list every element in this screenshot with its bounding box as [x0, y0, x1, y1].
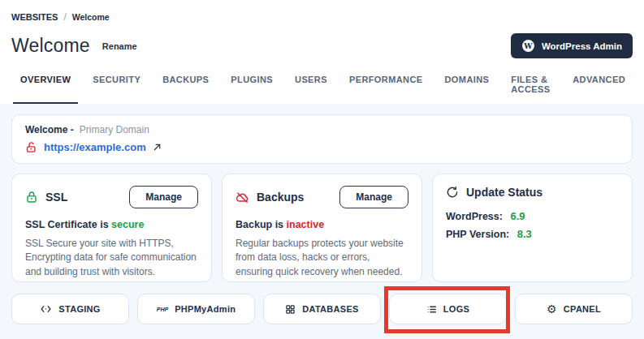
phpmyadmin-label: PHPMyAdmin — [175, 304, 236, 314]
svg-text:W: W — [523, 41, 533, 50]
wordpress-version-label: WordPress: — [446, 211, 503, 222]
tab-domains[interactable]: DOMAINS — [438, 75, 497, 104]
wordpress-admin-button[interactable]: W WordPress Admin — [511, 33, 633, 58]
php-icon: PHP — [157, 307, 168, 312]
rename-button[interactable]: Rename — [102, 41, 137, 51]
phpmyadmin-button[interactable]: PHP PHPMyAdmin — [137, 294, 255, 324]
site-url-link[interactable]: https://example.com — [44, 141, 146, 153]
breadcrumb: WEBSITES / Welcome — [11, 11, 633, 23]
tab-advanced[interactable]: ADVANCED — [565, 75, 633, 104]
tab-users[interactable]: USERS — [287, 75, 335, 104]
wordpress-version-row: WordPress: 6.9 — [446, 210, 619, 222]
backups-card: Backups Manage Backup is inactive Regula… — [222, 174, 422, 282]
external-link-arrow-icon[interactable] — [153, 143, 162, 152]
page-title: Welcome — [11, 35, 90, 57]
backups-status-value: inactive — [287, 219, 325, 230]
php-version-row: PHP Version: 8.3 — [446, 228, 619, 240]
domain-card: Welcome - Primary Domain https://example… — [11, 114, 633, 164]
staging-label: STAGING — [58, 304, 100, 314]
gear-icon: ⚙ — [547, 303, 557, 315]
tab-performance[interactable]: PERFORMANCE — [342, 75, 430, 104]
databases-button[interactable]: DATABASES — [263, 294, 381, 324]
status-cards-row: SSL Manage SSL Certificate is secure SSL… — [11, 174, 633, 282]
update-status-card: Update Status WordPress: 6.9 PHP Version… — [432, 174, 633, 282]
tab-bar: OVERVIEW SECURITY BACKUPS PLUGINS USERS … — [11, 75, 633, 104]
page-header: WEBSITES / Welcome Welcome Rename W Word… — [0, 0, 644, 104]
title-row: Welcome Rename W WordPress Admin — [11, 33, 633, 58]
logs-button[interactable]: LOGS — [389, 294, 507, 324]
breadcrumb-root[interactable]: WEBSITES — [11, 12, 58, 22]
unlocked-padlock-icon — [25, 141, 37, 153]
cpanel-label: CPANEL — [564, 304, 601, 314]
tab-security[interactable]: SECURITY — [85, 75, 148, 104]
domain-type-label: Primary Domain — [80, 124, 149, 135]
refresh-icon — [446, 186, 459, 199]
grid-icon — [285, 304, 296, 315]
staging-button[interactable]: STAGING — [11, 294, 129, 324]
ssl-description: SSL Secure your site with HTTPS, Encrypt… — [25, 237, 198, 279]
list-icon — [426, 304, 437, 315]
php-version-value: 8.3 — [517, 228, 532, 240]
quick-actions-row: STAGING PHP PHPMyAdmin DATABASES — [11, 294, 633, 324]
site-name: Welcome - — [25, 124, 74, 135]
ssl-manage-button[interactable]: Manage — [129, 186, 198, 208]
databases-label: DATABASES — [302, 304, 359, 314]
ssl-lock-icon — [25, 191, 38, 204]
ssl-card: SSL Manage SSL Certificate is secure SSL… — [11, 174, 212, 282]
code-brackets-icon — [40, 304, 52, 314]
tab-files-access[interactable]: FILES & ACCESS — [504, 75, 558, 104]
tab-backups[interactable]: BACKUPS — [155, 75, 216, 104]
backups-status-text: Backup is inactive — [236, 219, 408, 230]
logs-label: LOGS — [443, 304, 469, 314]
php-version-label: PHP Version: — [446, 229, 509, 240]
wordpress-version-value: 6.9 — [510, 210, 525, 222]
backups-description: Regular backups protects your website fr… — [236, 237, 408, 279]
wordpress-logo-icon: W — [521, 39, 535, 53]
tab-plugins[interactable]: PLUGINS — [223, 75, 280, 104]
wordpress-admin-label: WordPress Admin — [542, 41, 622, 51]
update-status-title: Update Status — [466, 186, 542, 199]
breadcrumb-separator: / — [63, 11, 66, 23]
breadcrumb-current: Welcome — [72, 12, 110, 22]
backups-manage-button[interactable]: Manage — [339, 186, 408, 208]
cloud-off-icon — [236, 191, 249, 204]
ssl-status-value: secure — [111, 219, 144, 230]
tab-overview[interactable]: OVERVIEW — [13, 75, 78, 104]
backups-card-title: Backups — [257, 191, 304, 204]
cpanel-button[interactable]: ⚙ CPANEL — [515, 294, 633, 324]
ssl-status-text: SSL Certificate is secure — [25, 219, 198, 230]
main-content: Welcome - Primary Domain https://example… — [0, 104, 644, 324]
ssl-card-title: SSL — [45, 191, 67, 204]
